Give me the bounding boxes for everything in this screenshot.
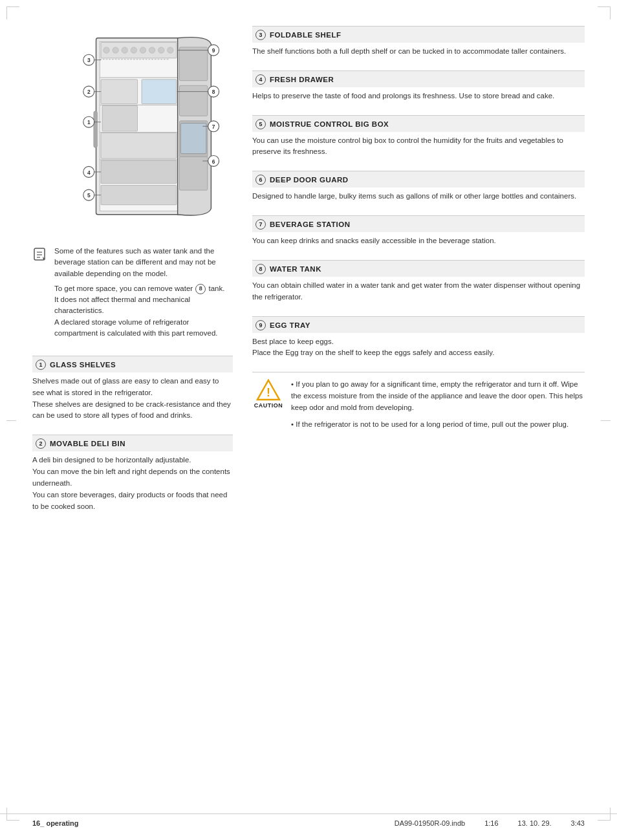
feature-badge-7: 7 (255, 219, 266, 230)
feature-moisture-control: 5 MOISTRUE CONTROL BIG BOX You can use t… (252, 115, 585, 164)
feature-header-3: 3 FOLDABLE SHELF (252, 27, 585, 43)
feature-header-1: 1 GLASS SHELVES (32, 356, 233, 372)
svg-point-24 (140, 47, 146, 53)
caution-section: ! CAUTION • If you plan to go away for a… (252, 372, 585, 435)
corner-mark-tr (598, 6, 611, 19)
svg-text:5: 5 (87, 192, 91, 199)
feature-title-8: WATER TANK (270, 265, 321, 273)
notes-text-content: Some of the features such as water tank … (54, 246, 233, 343)
svg-text:2: 2 (87, 89, 91, 95)
right-column: 3 FOLDABLE SHELF The shelf functions bot… (252, 26, 585, 525)
feature-badge-3: 3 (255, 30, 266, 40)
page-footer: 16_ operating DA99-01950R-09.indb 1:16 1… (0, 813, 617, 827)
svg-point-26 (158, 47, 164, 53)
caution-icon-wrap: ! CAUTION (252, 379, 285, 435)
svg-rect-10 (101, 186, 177, 205)
feature-desc-2: A deli bin designed to be horizontally a… (32, 451, 233, 517)
svg-rect-12 (179, 85, 207, 116)
svg-point-21 (113, 47, 118, 53)
caution-label: CAUTION (254, 402, 283, 409)
feature-glass-shelves: 1 GLASS SHELVES Shelves made out of glas… (32, 356, 233, 427)
svg-text:8: 8 (212, 89, 215, 95)
svg-text:6: 6 (212, 158, 215, 165)
feature-badge-5: 5 (255, 119, 266, 129)
svg-text:9: 9 (212, 47, 215, 54)
feature-fresh-drawer: 4 FRESH DRAWER Helps to preserve the tas… (252, 70, 585, 107)
page: shelf 1 (0, 0, 617, 840)
feature-desc-8: You can obtain chilled water in a water … (252, 277, 585, 308)
footer-page-number: 16_ operating (32, 819, 79, 827)
feature-title-5: MOISTRUE CONTROL BIG BOX (270, 120, 389, 128)
svg-text:3: 3 (87, 57, 91, 63)
feature-title-6: DEEP DOOR GUARD (270, 176, 349, 184)
feature-header-8: 8 WATER TANK (252, 261, 585, 277)
notes-section: Some of the features such as water tank … (32, 246, 233, 343)
svg-rect-6 (101, 80, 137, 104)
svg-rect-9 (101, 160, 177, 184)
side-mark-left (6, 420, 16, 421)
svg-rect-8 (101, 133, 177, 159)
svg-text:1: 1 (87, 119, 91, 125)
svg-point-25 (149, 47, 155, 53)
feature-egg-tray: 9 EGG TRAY Best place to keep eggs. Plac… (252, 316, 585, 365)
feature-desc-1: Shelves made out of glass are easy to cl… (32, 372, 233, 427)
feature-beverage-station: 7 BEVERAGE STATION You can keep drinks a… (252, 215, 585, 252)
footer-file: DA99-01950R-09.indb (395, 819, 465, 827)
svg-rect-28 (142, 80, 177, 104)
note-icon (32, 247, 48, 263)
feature-header-2: 2 MOVABLE DELI BIN (32, 435, 233, 451)
svg-point-22 (122, 47, 127, 53)
feature-header-5: 5 MOISTRUE CONTROL BIG BOX (252, 116, 585, 132)
feature-header-7: 7 BEVERAGE STATION (252, 216, 585, 232)
side-mark-right (601, 420, 611, 421)
fridge-diagram: shelf 1 (42, 26, 223, 233)
feature-desc-3: The shelf functions both a full depth sh… (252, 43, 585, 63)
feature-desc-7: You can keep drinks and snacks easily ac… (252, 232, 585, 252)
feature-header-9: 9 EGG TRAY (252, 317, 585, 333)
feature-title-2: MOVABLE DELI BIN (50, 440, 125, 447)
corner-mark-tl (6, 6, 19, 19)
footer-time: 3:43 (571, 819, 585, 827)
svg-text:!: ! (266, 386, 270, 399)
svg-text:4: 4 (87, 169, 91, 176)
svg-rect-14 (180, 124, 206, 154)
caution-item-1: • If you plan to go away for a significa… (291, 379, 585, 413)
feature-badge-6: 6 (255, 175, 266, 185)
feature-foldable-shelf: 3 FOLDABLE SHELF The shelf functions bot… (252, 26, 585, 63)
feature-title-7: BEVERAGE STATION (270, 221, 351, 228)
feature-header-4: 4 FRESH DRAWER (252, 71, 585, 87)
feature-title-9: EGG TRAY (270, 321, 310, 329)
feature-badge-4: 4 (255, 74, 266, 85)
caution-text: • If you plan to go away for a significa… (291, 379, 585, 435)
svg-rect-15 (179, 156, 207, 190)
main-content: shelf 1 (32, 26, 585, 525)
feature-title-4: FRESH DRAWER (270, 76, 334, 83)
note-item-2: To get more space, you can remove water … (54, 283, 233, 339)
footer-page-ref: 1:16 (484, 819, 498, 827)
caution-triangle-icon: ! (256, 379, 281, 401)
feature-desc-5: You can use the moisture control big box… (252, 132, 585, 164)
caution-item-2: • If the refrigerator is not to be used … (291, 419, 585, 431)
feature-badge-2: 2 (36, 438, 46, 449)
feature-header-6: 6 DEEP DOOR GUARD (252, 171, 585, 188)
feature-movable-deli-bin: 2 MOVABLE DELI BIN A deli bin designed t… (32, 435, 233, 517)
feature-water-tank: 8 WATER TANK You can obtain chilled wate… (252, 260, 585, 308)
svg-point-23 (131, 47, 136, 53)
svg-point-20 (103, 47, 109, 53)
svg-rect-11 (179, 47, 207, 81)
feature-badge-8: 8 (255, 264, 266, 274)
feature-desc-9: Best place to keep eggs. Place the Egg t… (252, 333, 585, 365)
svg-rect-16 (94, 111, 98, 147)
fridge-svg: shelf 1 (42, 26, 223, 233)
svg-text:7: 7 (212, 124, 215, 130)
footer-info: DA99-01950R-09.indb 1:16 13. 10. 29. 3:4… (395, 819, 585, 827)
footer-date: 13. 10. 29. (518, 819, 552, 827)
water-tank-badge: 8 (195, 284, 206, 294)
feature-badge-1: 1 (36, 360, 46, 370)
feature-desc-4: Helps to preserve the taste of food and … (252, 87, 585, 107)
feature-badge-9: 9 (255, 320, 266, 330)
feature-desc-6: Designed to handle large, bulky items su… (252, 188, 585, 208)
feature-deep-door-guard: 6 DEEP DOOR GUARD Designed to handle lar… (252, 171, 585, 208)
svg-rect-7 (102, 105, 138, 131)
feature-title-1: GLASS SHELVES (50, 361, 116, 369)
